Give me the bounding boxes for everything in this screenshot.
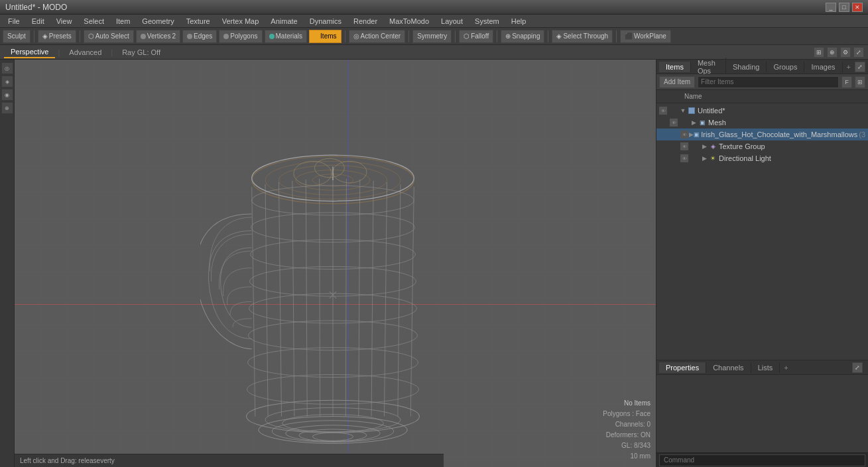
tab-properties[interactable]: Properties (659, 362, 706, 373)
sculpt-button[interactable]: Sculpt (3, 30, 31, 43)
view-settings-button[interactable]: ⚙ (840, 47, 851, 58)
tab-advanced[interactable]: Advanced (62, 47, 108, 58)
statusbar: Left click and Drag: releaseverty (15, 454, 444, 467)
tab-ray-gl[interactable]: Ray GL: Off (115, 47, 167, 58)
left-tool-4[interactable]: ⊕ (1, 102, 13, 114)
items-toolbar: Add Item F ⊞ (656, 74, 868, 90)
menu-animate[interactable]: Animate (265, 16, 302, 26)
tree-item-directional-light[interactable]: 👁 ▶ ☀ Directional Light (656, 152, 868, 164)
left-tool-2[interactable]: ◈ (1, 76, 13, 87)
symmetry-button[interactable]: Symmetry (412, 30, 452, 43)
view-zoom-button[interactable]: ⊕ (827, 47, 837, 58)
menu-view[interactable]: View (51, 16, 78, 26)
materials-button[interactable]: Materials (265, 30, 308, 43)
menu-item[interactable]: Item (111, 16, 135, 26)
vertices-button[interactable]: Vertices 2 (136, 30, 180, 43)
tree-label-mesh: Mesh (708, 119, 726, 127)
view-fit-button[interactable]: ⊞ (814, 47, 824, 58)
toolbar-separator-3 (345, 30, 345, 42)
menubar: File Edit View Select Item Geometry Text… (0, 15, 868, 28)
toolbar-separator-1 (34, 30, 34, 42)
menu-dynamics[interactable]: Dynamics (304, 16, 347, 26)
svg-point-35 (299, 429, 367, 441)
tab-groups[interactable]: Groups (767, 62, 804, 72)
maximize-button[interactable]: □ (839, 3, 849, 12)
tab-add[interactable]: + (843, 62, 855, 72)
items-dot (314, 34, 319, 39)
light-icon: ☀ (708, 154, 717, 162)
left-tool-3[interactable]: ◉ (1, 89, 13, 101)
menu-maxtoModo[interactable]: MaxToModo (384, 16, 434, 26)
svg-point-36 (312, 433, 353, 441)
items-button[interactable]: Items (309, 30, 341, 43)
left-tool-1[interactable]: ◎ (1, 62, 13, 74)
add-item-button[interactable]: Add Item (659, 76, 695, 88)
falloff-button[interactable]: ⬡ Falloff (459, 30, 493, 43)
snapping-icon: ⊕ (505, 32, 511, 40)
bottom-tab-add[interactable]: + (780, 362, 792, 373)
tree-item-irish-glass[interactable]: 👁 ▶ ▣ Irish_Glass_Hot_Chocolate_with_Mar… (656, 129, 868, 140)
tab-channels[interactable]: Channels (706, 362, 751, 373)
vis-eye-btn-glass[interactable]: 👁 (680, 130, 688, 138)
row-vis-icons-glass: 👁 (680, 130, 689, 138)
tree-item-mesh[interactable]: 👁 ▶ ▣ Mesh (656, 117, 868, 129)
minimize-button[interactable]: _ (826, 3, 836, 12)
vis-eye-btn[interactable]: 👁 (659, 107, 667, 115)
auto-select-button[interactable]: ⬡ Auto Select (84, 30, 134, 43)
action-center-button[interactable]: ◎ Action Center (349, 30, 406, 43)
edges-button[interactable]: Edges (182, 30, 217, 43)
svg-line-17 (371, 181, 373, 417)
tab-images[interactable]: Images (804, 62, 842, 72)
workplane-icon: ⬛ (625, 32, 633, 40)
presets-button[interactable]: ◈ Presets (38, 30, 76, 43)
tab-lists[interactable]: Lists (751, 362, 780, 373)
view-expand-button[interactable]: ⤢ (853, 47, 864, 58)
tab-shading[interactable]: Shading (726, 62, 767, 72)
filter-items-input[interactable] (698, 76, 839, 88)
menu-vertexmap[interactable]: Vertex Map (217, 16, 265, 26)
workplane-button[interactable]: ⬛ WorkPlane (620, 30, 671, 43)
filter-search-button[interactable]: ⊞ (855, 76, 865, 88)
no-items-label: No Items (603, 398, 651, 409)
command-input[interactable] (659, 454, 865, 466)
menu-layout[interactable]: Layout (436, 16, 468, 26)
viewport[interactable]: No Items Polygons : Face Channels: 0 Def… (15, 60, 656, 467)
filter-options-button[interactable]: F (841, 76, 852, 88)
row-vis-icons-light: 👁 (680, 154, 700, 162)
vis-eye-btn-light[interactable]: 👁 (680, 154, 688, 162)
edges-dot (187, 34, 192, 39)
tab-items[interactable]: Items (659, 62, 691, 72)
menu-file[interactable]: File (3, 16, 25, 26)
polygons-button[interactable]: Polygons (219, 30, 262, 43)
menu-select[interactable]: Select (78, 16, 109, 26)
left-toolbar: ◎ ◈ ◉ ⊕ (0, 60, 15, 467)
snapping-button[interactable]: ⊕ Snapping (501, 30, 544, 43)
view-controls: ⊞ ⊕ ⚙ ⤢ (814, 47, 864, 58)
tab-mesh-ops[interactable]: Mesh Ops (691, 58, 726, 76)
menu-system[interactable]: System (469, 16, 505, 26)
deformers-status: Deformers: ON (603, 430, 651, 441)
vis-eye-btn-mesh[interactable]: 👁 (670, 119, 678, 127)
panel-expand-btn[interactable]: ⤢ (855, 62, 865, 72)
menu-geometry[interactable]: Geometry (137, 16, 179, 26)
tree-label-untitled: Untitled* (698, 107, 725, 115)
bottom-tabs: Properties Channels Lists + ⤢ (656, 360, 868, 375)
select-through-button[interactable]: ◈ Select Through (552, 30, 613, 43)
action-center-icon: ◎ (353, 32, 359, 40)
tree-item-texture-group[interactable]: 👁 ▶ ◈ Texture Group (656, 140, 868, 152)
menu-render[interactable]: Render (348, 16, 383, 26)
tree-arrow-light: ▶ (700, 154, 708, 162)
row-vis-icons-texture: 👁 (680, 142, 700, 150)
toolbar-separator-2 (80, 30, 80, 42)
close-button[interactable]: ✕ (852, 3, 863, 12)
tree-label-irish-glass: Irish_Glass_Hot_Chocolate_with_Marshmall… (701, 130, 857, 138)
tree-label-texture-group: Texture Group (719, 142, 765, 150)
menu-texture[interactable]: Texture (181, 16, 216, 26)
tree-item-untitled[interactable]: 👁 ▼ Untitled* (656, 105, 868, 117)
menu-help[interactable]: Help (506, 16, 532, 26)
bottom-panel-expand[interactable]: ⤢ (852, 362, 863, 373)
gl-status: GL: 8/343 (603, 441, 651, 451)
vis-eye-btn-texture[interactable]: 👁 (680, 142, 688, 150)
menu-edit[interactable]: Edit (27, 16, 50, 26)
tab-perspective[interactable]: Perspective (4, 46, 55, 58)
